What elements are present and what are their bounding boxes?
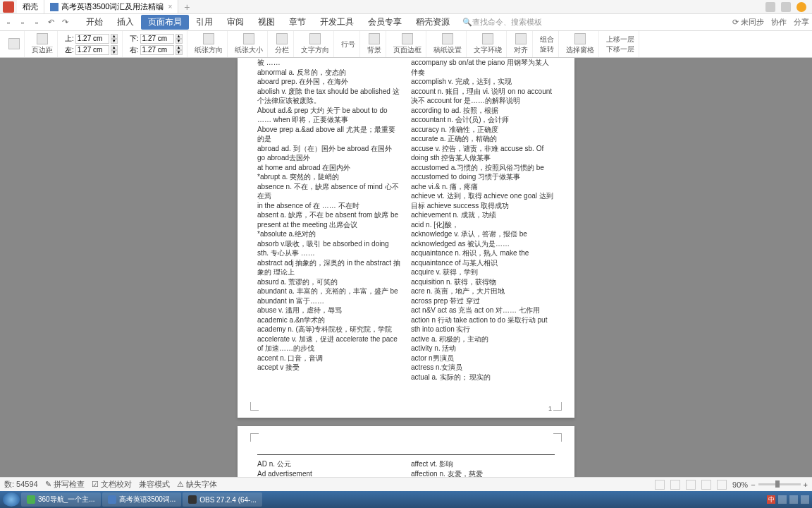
page2-col2: affect vt. 影响affection n. 友爱，慈爱 <box>411 459 555 477</box>
tab-view[interactable]: 视图 <box>251 15 282 30</box>
search-placeholder: 查找命令、搜索模板 <box>472 17 542 28</box>
print-icon[interactable]: ▫ <box>17 17 28 28</box>
tray-battery[interactable] <box>801 495 809 504</box>
task-browser[interactable]: 360导航_一个主... <box>21 492 101 507</box>
titlebar: 稻壳 高考英语3500词汇及用法精编 × + <box>0 0 812 14</box>
tab-page-layout[interactable]: 页面布局 <box>141 15 189 30</box>
paper-size-button[interactable]: 纸张大小 <box>235 33 263 55</box>
genko-button[interactable]: 稿纸设置 <box>433 33 462 55</box>
margin-left-label: 左: <box>65 45 74 55</box>
tab-references[interactable]: 引用 <box>189 15 220 30</box>
sync-status[interactable]: ⟳ 未同步 <box>732 17 764 28</box>
user-avatar[interactable] <box>796 2 806 12</box>
tab-devtools[interactable]: 开发工具 <box>313 15 361 30</box>
task-obs[interactable]: OBS 27.2.4 (64-... <box>183 492 262 507</box>
tab-docer[interactable]: 稻壳资源 <box>409 15 457 30</box>
preview-icon[interactable]: ▫ <box>31 17 42 28</box>
margins-button[interactable]: 页边距 <box>32 33 53 55</box>
tray-ime[interactable]: 中 <box>767 495 775 504</box>
zoom-control[interactable]: 90% − + <box>732 480 808 489</box>
spell-check[interactable]: ✎ 拼写检查 <box>45 479 85 490</box>
close-icon[interactable]: × <box>168 3 172 11</box>
page-2: AD n. 公元Ad advertisement affect vt. 影响af… <box>238 426 574 477</box>
line-numbers-button[interactable]: 行号 <box>341 40 355 49</box>
spin-up[interactable]: ▲ <box>111 34 118 39</box>
document-tab[interactable]: 高考英语3500词汇及用法精编 × <box>44 0 178 13</box>
statusbar: 数: 54594 ✎ 拼写检查 ☑ 文档校对 兼容模式 ⚠ 缺失字体 90% −… <box>0 477 812 491</box>
group-button[interactable]: 组合 <box>540 35 554 44</box>
tab-sections[interactable]: 章节 <box>282 15 313 30</box>
page2-col1: AD n. 公元Ad advertisement <box>257 459 401 477</box>
app-icon <box>3 1 14 13</box>
grid-icon[interactable] <box>781 2 791 12</box>
theme-button[interactable] <box>8 38 20 50</box>
redo-icon[interactable]: ↷ <box>59 17 70 28</box>
save-icon[interactable]: ▫ <box>3 17 14 28</box>
tray-network[interactable] <box>778 495 787 504</box>
view-page[interactable] <box>670 480 680 490</box>
zoom-value: 90% <box>732 480 748 489</box>
spin-down[interactable]: ▼ <box>111 39 118 44</box>
view-read[interactable] <box>655 480 665 490</box>
missing-font[interactable]: ⚠ 缺失字体 <box>177 479 217 490</box>
word-count[interactable]: 数: 54594 <box>4 479 38 490</box>
selection-pane-button[interactable]: 选择窗格 <box>566 33 594 55</box>
bring-forward-button[interactable]: 上移一层 <box>606 35 634 44</box>
page1-col1: 被 ……abnormal a. 反常的，变态的aboard prep. 在外国，… <box>257 58 401 382</box>
orientation-button[interactable]: 纸张方向 <box>195 33 223 55</box>
taskbar: 360导航_一个主... 高考英语3500词... OBS 27.2.4 (64… <box>0 491 812 508</box>
tray-volume[interactable] <box>789 495 798 504</box>
rotate-button[interactable]: 旋转 <box>540 44 554 54</box>
new-tab-button[interactable]: + <box>178 1 195 13</box>
margin-bottom-label: 下: <box>130 34 139 44</box>
command-search[interactable]: 🔍 查找命令、搜索模板 <box>462 17 542 28</box>
view-outline[interactable] <box>686 480 696 490</box>
margin-top-label: 上: <box>65 34 74 44</box>
view-focus[interactable] <box>717 480 727 490</box>
page-1: 被 ……abnormal a. 反常的，变态的aboard prep. 在外国，… <box>238 58 574 418</box>
columns-button[interactable]: 分栏 <box>275 33 289 55</box>
margin-left-input[interactable] <box>75 45 109 55</box>
compat-mode: 兼容模式 <box>139 479 170 490</box>
background-button[interactable]: 背景 <box>367 33 381 55</box>
menu-tabs: 开始 插入 页面布局 引用 审阅 视图 章节 开发工具 会员专享 稻壳资源 <box>79 15 457 30</box>
undo-icon[interactable]: ↶ <box>45 17 56 28</box>
home-tab[interactable]: 稻壳 <box>17 0 44 13</box>
doc-title: 高考英语3500词汇及用法精编 <box>61 1 164 12</box>
page1-col2: accompany sb on/at the piano 用钢琴为某人伴奏acc… <box>411 58 555 382</box>
tab-insert[interactable]: 插入 <box>110 15 141 30</box>
send-backward-button[interactable]: 下移一层 <box>606 44 634 54</box>
layout-icon[interactable] <box>765 2 775 12</box>
tab-review[interactable]: 审阅 <box>220 15 251 30</box>
menubar: ▫ ▫ ▫ ↶ ↷ 开始 插入 页面布局 引用 审阅 视图 章节 开发工具 会员… <box>0 14 812 31</box>
view-web[interactable] <box>701 480 711 490</box>
margin-right-input[interactable] <box>140 45 174 55</box>
document-canvas[interactable]: 被 ……abnormal a. 反常的，变态的aboard prep. 在外国，… <box>0 58 812 477</box>
share-button[interactable]: 分享 <box>794 17 809 28</box>
doc-icon <box>50 3 59 11</box>
search-icon: 🔍 <box>462 18 472 27</box>
zoom-in[interactable]: + <box>804 480 808 489</box>
collab-button[interactable]: 协作 <box>771 17 787 28</box>
ribbon: 页边距 上:▲▼ 左:▲▼ 下:▲▼ 右:▲▼ 纸张方向 纸张大小 分栏 文字方… <box>0 31 812 58</box>
page-number: 1 <box>548 405 552 412</box>
page-border-button[interactable]: 页面边框 <box>393 33 422 55</box>
text-wrap-button[interactable]: 文字环绕 <box>474 33 502 55</box>
quick-access-toolbar: ▫ ▫ ▫ ↶ ↷ <box>3 17 70 28</box>
proofing[interactable]: ☑ 文档校对 <box>92 479 132 490</box>
task-wps[interactable]: 高考英语3500词... <box>102 492 182 507</box>
align-button[interactable]: 对齐 <box>514 33 528 55</box>
zoom-slider[interactable] <box>758 483 801 485</box>
margin-bottom-input[interactable] <box>140 34 174 44</box>
tab-member[interactable]: 会员专享 <box>361 15 409 30</box>
start-button[interactable] <box>3 492 20 507</box>
tab-start[interactable]: 开始 <box>79 15 110 30</box>
zoom-out[interactable]: − <box>751 480 755 489</box>
text-direction-button[interactable]: 文字方向 <box>301 33 329 55</box>
margin-right-label: 右: <box>130 45 139 55</box>
system-tray[interactable]: 中 <box>767 495 809 504</box>
margin-top-input[interactable] <box>75 34 109 44</box>
